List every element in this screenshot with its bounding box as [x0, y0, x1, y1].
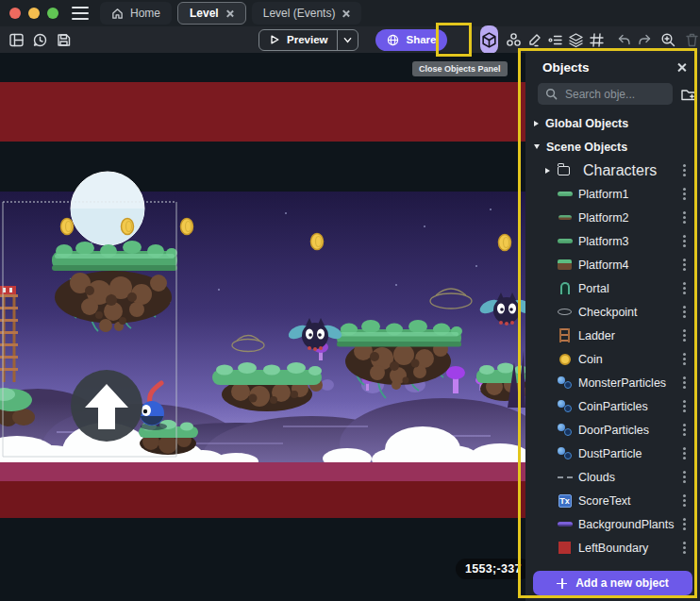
top-boundary-object[interactable] — [0, 82, 525, 142]
object-row-clouds[interactable]: Clouds — [525, 465, 700, 489]
text-thumb: Tx — [557, 492, 573, 509]
zoom-in-icon[interactable] — [660, 32, 676, 48]
preview-button[interactable]: Preview — [258, 29, 358, 51]
tab-label: Level (Events) — [263, 7, 336, 20]
kebab-menu-icon[interactable] — [683, 216, 686, 219]
chevron-right-icon — [545, 168, 550, 174]
object-label: DoorParticles — [578, 424, 649, 437]
object-row-portal[interactable]: Portal — [525, 276, 700, 300]
bottom-boundary-object[interactable] — [0, 481, 525, 518]
object-label: Ladder — [578, 329, 615, 342]
object-row-scoretext[interactable]: TxScoreText — [525, 489, 700, 512]
kebab-menu-icon[interactable] — [683, 358, 686, 360]
kebab-menu-icon[interactable] — [683, 546, 686, 549]
save-icon[interactable] — [56, 32, 72, 48]
object-row-dustparticle[interactable]: DustParticle — [525, 442, 700, 465]
kebab-menu-icon[interactable] — [683, 452, 686, 455]
object-row-checkpoint[interactable]: Checkpoint — [525, 300, 700, 324]
preview-button-main[interactable]: Preview — [259, 34, 337, 45]
redo-icon[interactable] — [637, 32, 653, 48]
close-tab-icon[interactable] — [342, 9, 350, 18]
layers-icon[interactable] — [568, 32, 584, 48]
dashed-line-thumb — [557, 469, 573, 485]
preview-label: Preview — [287, 34, 327, 45]
delete-icon[interactable] — [684, 32, 700, 48]
object-row-platform1[interactable]: Platform1 — [525, 182, 700, 206]
object-groups-icon[interactable] — [506, 32, 522, 48]
add-folder-icon[interactable] — [680, 86, 697, 103]
kebab-menu-icon[interactable] — [683, 310, 686, 313]
object-row-monsterparticles[interactable]: MonsterParticles — [525, 371, 700, 394]
portal-thumb — [557, 280, 573, 296]
jump-button-overlay[interactable] — [71, 370, 142, 442]
object-row-platform2[interactable]: Platform2 — [525, 206, 700, 229]
undo-icon[interactable] — [616, 32, 632, 48]
object-row-leftboundary[interactable]: LeftBoundary — [525, 536, 700, 559]
group-global-objects[interactable]: Global Objects — [525, 111, 700, 135]
red-square-thumb — [557, 540, 573, 556]
group-label: Global Objects — [545, 117, 628, 130]
maximize-window-button[interactable] — [47, 8, 58, 19]
tab-home[interactable]: Home — [100, 2, 172, 25]
object-row-characters[interactable]: Characters — [525, 159, 700, 182]
search-input[interactable]: Search obje... — [538, 83, 673, 105]
plus-icon — [557, 578, 567, 589]
kebab-menu-icon[interactable] — [683, 192, 686, 195]
tab-level-events[interactable]: Level (Events) — [252, 2, 362, 25]
object-row-platform4[interactable]: Platform4 — [525, 253, 700, 276]
close-tab-icon[interactable] — [225, 9, 234, 18]
particles-thumb — [557, 422, 573, 438]
kebab-menu-icon[interactable] — [683, 334, 686, 337]
kebab-menu-icon[interactable] — [683, 476, 686, 478]
group-scene-objects[interactable]: Scene Objects — [525, 135, 700, 159]
group-label: Scene Objects — [546, 141, 627, 154]
globe-icon — [387, 34, 399, 46]
object-row-doorparticles[interactable]: DoorParticles — [525, 418, 700, 442]
scene-editor-canvas[interactable] — [0, 53, 525, 601]
checkpoint-thumb — [557, 304, 573, 320]
search-row: Search obje... — [525, 83, 700, 105]
balloon-sprite[interactable] — [71, 172, 144, 245]
cube-icon — [480, 31, 498, 49]
panel-title: Objects — [542, 60, 590, 75]
object-row-ladder[interactable]: Ladder — [525, 324, 700, 347]
kebab-menu-icon[interactable] — [683, 240, 686, 242]
object-label: CoinParticles — [578, 400, 648, 413]
window-controls — [9, 8, 58, 19]
close-window-button[interactable] — [9, 8, 21, 19]
minimize-window-button[interactable] — [28, 8, 40, 19]
project-manager-icon[interactable] — [8, 32, 25, 48]
object-label: Platform4 — [578, 259, 629, 272]
instances-list-icon[interactable] — [547, 32, 563, 48]
objects-panel-header: Objects — [525, 53, 700, 81]
edit-pencil-icon[interactable] — [526, 32, 542, 48]
kebab-menu-icon[interactable] — [683, 405, 686, 408]
share-button[interactable]: Share — [375, 29, 447, 51]
object-label: Characters — [583, 162, 657, 179]
object-row-coin[interactable]: Coin — [525, 347, 700, 371]
cursor-coordinates-badge: 1553;-337 — [456, 559, 531, 579]
kebab-menu-icon[interactable] — [683, 169, 686, 172]
object-label: Clouds — [578, 471, 615, 484]
object-label: Platform2 — [578, 211, 629, 225]
kebab-menu-icon[interactable] — [683, 263, 686, 266]
object-label: Coin — [578, 353, 603, 366]
history-icon[interactable] — [32, 32, 48, 48]
add-new-object-button[interactable]: Add a new object — [533, 571, 692, 595]
menu-icon[interactable] — [72, 7, 89, 20]
objects-panel-button[interactable] — [480, 25, 498, 54]
object-row-platform3[interactable]: Platform3 — [525, 229, 700, 253]
platform3-thumb — [557, 233, 573, 249]
grid-icon[interactable] — [589, 32, 605, 48]
kebab-menu-icon[interactable] — [683, 523, 686, 526]
tab-level[interactable]: Level — [177, 2, 246, 25]
ground-top-band — [0, 462, 525, 481]
kebab-menu-icon[interactable] — [683, 499, 686, 502]
object-row-coinparticles[interactable]: CoinParticles — [525, 394, 700, 418]
kebab-menu-icon[interactable] — [683, 287, 686, 290]
object-row-backgroundplants[interactable]: BackgroundPlants — [525, 512, 700, 536]
preview-dropdown-button[interactable] — [337, 30, 358, 50]
kebab-menu-icon[interactable] — [683, 381, 686, 384]
kebab-menu-icon[interactable] — [683, 428, 686, 431]
close-panel-icon[interactable] — [676, 62, 687, 73]
